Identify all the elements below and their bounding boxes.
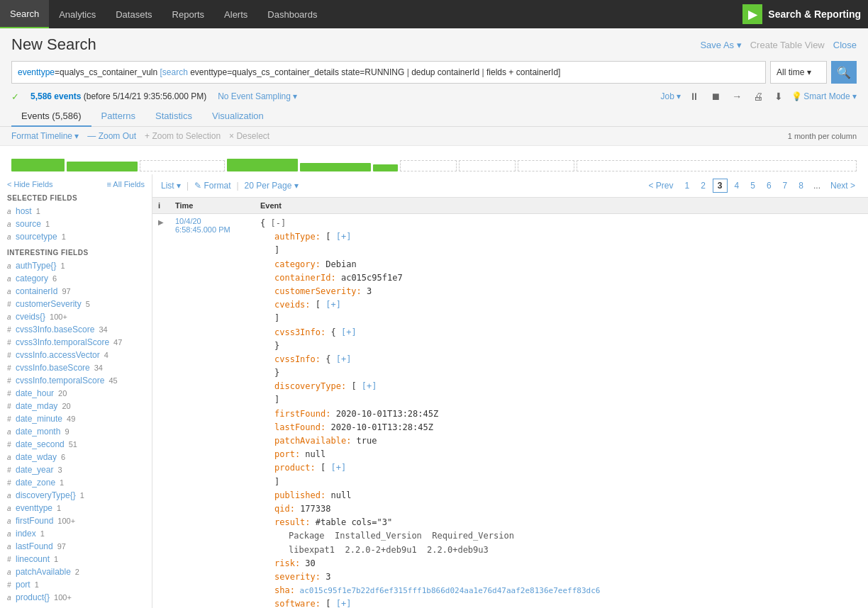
page-2-button[interactable]: 2 bbox=[696, 179, 710, 192]
field-source[interactable]: a source 1 bbox=[7, 218, 145, 230]
tab-statistics[interactable]: Statistics bbox=[145, 106, 202, 127]
create-table-button[interactable]: Create Table View bbox=[750, 40, 825, 50]
tab-visualization[interactable]: Visualization bbox=[202, 106, 274, 127]
smart-mode-button[interactable]: 💡 Smart Mode ▾ bbox=[791, 91, 857, 101]
zoom-selection-button[interactable]: + Zoom to Selection bbox=[145, 131, 221, 141]
field-product[interactable]: aproduct{}100+ bbox=[7, 591, 145, 604]
page-7-button[interactable]: 7 bbox=[779, 179, 792, 192]
pause-button[interactable]: ⏸ bbox=[686, 89, 702, 103]
timeline-segment[interactable] bbox=[67, 162, 138, 171]
nav-search[interactable]: Search bbox=[0, 0, 49, 28]
no-event-sampling[interactable]: No Event Sampling ▾ bbox=[218, 91, 297, 101]
field-containerId[interactable]: acontainerId97 bbox=[7, 285, 145, 298]
timeline-bar bbox=[11, 150, 857, 171]
event-content: { [-] authType: [ [+] ] category: Debian… bbox=[260, 217, 862, 608]
field-date_second[interactable]: #date_second51 bbox=[7, 438, 145, 451]
event-time: 6:58:45.000 PM bbox=[175, 225, 249, 234]
field-category[interactable]: acategory6 bbox=[7, 272, 145, 285]
field-index[interactable]: aindex1 bbox=[7, 527, 145, 540]
close-button[interactable]: Close bbox=[833, 40, 857, 50]
search-button[interactable]: 🔍 bbox=[831, 61, 857, 84]
page-6-button[interactable]: 6 bbox=[762, 179, 776, 192]
time-range-picker[interactable]: All time ▾ bbox=[770, 61, 827, 84]
page-1-button[interactable]: 1 bbox=[680, 179, 694, 192]
expand-arrow[interactable]: ▶ bbox=[158, 218, 164, 226]
search-input-wrap[interactable]: eventtype=qualys_cs_container_vuln [sear… bbox=[11, 61, 766, 84]
field-lastFound[interactable]: alastFound97 bbox=[7, 540, 145, 553]
deselect-button[interactable]: × Deselect bbox=[229, 131, 269, 141]
job-button[interactable]: Job ▾ bbox=[661, 91, 681, 101]
format-button[interactable]: ✎ Format bbox=[194, 181, 230, 191]
field-cvssInfo.baseScore[interactable]: #cvssInfo.baseScore34 bbox=[7, 361, 145, 374]
timeline-controls: Format Timeline ▾ — Zoom Out + Zoom to S… bbox=[0, 127, 868, 146]
field-customerSeverity[interactable]: #customerSeverity5 bbox=[7, 298, 145, 310]
field-date_wday[interactable]: adate_wday6 bbox=[7, 451, 145, 463]
field-linecount[interactable]: #linecount1 bbox=[7, 553, 145, 565]
tab-events[interactable]: Events (5,586) bbox=[11, 106, 91, 127]
field-authType[interactable]: aauthType{}1 bbox=[7, 259, 145, 272]
timeline-segment[interactable] bbox=[300, 163, 371, 171]
timeline-segment[interactable] bbox=[227, 159, 298, 171]
field-date_year[interactable]: #date_year3 bbox=[7, 463, 145, 476]
status-text: 5,586 events (before 5/14/21 9:35:56.000… bbox=[30, 91, 206, 101]
field-eventtype[interactable]: aeventtype1 bbox=[7, 502, 145, 514]
save-as-button[interactable]: Save As ▾ bbox=[700, 40, 741, 50]
prev-page-button[interactable]: < Prev bbox=[644, 179, 677, 192]
sidebar: < Hide Fields ≡ All Fields SELECTED FIEL… bbox=[0, 174, 152, 608]
col-header-event: Event bbox=[255, 198, 868, 214]
nav-analytics[interactable]: Analytics bbox=[49, 0, 106, 28]
nav-alerts[interactable]: Alerts bbox=[214, 0, 257, 28]
list-button[interactable]: List ▾ bbox=[161, 181, 181, 191]
timeline-segment-empty bbox=[459, 160, 516, 171]
header-actions: Save As ▾ Create Table View Close bbox=[700, 40, 857, 50]
zoom-out-button[interactable]: — Zoom Out bbox=[87, 131, 136, 141]
field-date_mday[interactable]: #date_mday20 bbox=[7, 400, 145, 412]
page-4-button[interactable]: 4 bbox=[730, 179, 744, 192]
brand-icon: ▶ bbox=[742, 4, 762, 24]
nav-datasets[interactable]: Datasets bbox=[106, 0, 162, 28]
brand: ▶ Search & Reporting bbox=[735, 0, 868, 28]
field-date_minute[interactable]: #date_minute49 bbox=[7, 412, 145, 425]
next-page-button[interactable]: Next > bbox=[826, 179, 859, 192]
sidebar-header: < Hide Fields ≡ All Fields bbox=[7, 180, 145, 188]
field-cvssInfo.temporalScore[interactable]: #cvssInfo.temporalScore45 bbox=[7, 374, 145, 387]
stop-button[interactable]: ⏹ bbox=[708, 89, 723, 103]
field-date_zone[interactable]: #date_zone1 bbox=[7, 476, 145, 489]
all-fields-button[interactable]: ≡ All Fields bbox=[107, 180, 145, 188]
field-cvss3Info.baseScore[interactable]: #cvss3Info.baseScore34 bbox=[7, 323, 145, 336]
field-patchAvailable[interactable]: apatchAvailable2 bbox=[7, 565, 145, 578]
nav-reports[interactable]: Reports bbox=[162, 0, 215, 28]
page-3-button[interactable]: 3 bbox=[713, 179, 728, 193]
tab-patterns[interactable]: Patterns bbox=[91, 106, 145, 127]
page-8-button[interactable]: 8 bbox=[794, 179, 808, 192]
share-button[interactable]: → bbox=[729, 89, 745, 103]
print-button[interactable]: 🖨 bbox=[750, 89, 766, 103]
format-timeline-button[interactable]: Format Timeline ▾ bbox=[11, 131, 79, 141]
field-host[interactable]: a host 1 bbox=[7, 205, 145, 218]
field-date_hour[interactable]: #date_hour20 bbox=[7, 387, 145, 400]
timeline-segment-empty bbox=[577, 160, 857, 171]
status-right: Job ▾ ⏸ ⏹ → 🖨 ⬇ 💡 Smart Mode ▾ bbox=[661, 89, 857, 103]
page-header: New Search Save As ▾ Create Table View C… bbox=[0, 28, 868, 58]
field-port[interactable]: #port1 bbox=[7, 578, 145, 591]
timeline-segment[interactable] bbox=[373, 164, 398, 171]
nav-dashboards[interactable]: Dashboards bbox=[257, 0, 327, 28]
results-area: List ▾ | ✎ Format | 20 Per Page ▾ < Prev… bbox=[152, 174, 868, 608]
field-cveids[interactable]: acveids{}100+ bbox=[7, 310, 145, 323]
field-discoveryType[interactable]: adiscoveryType{}1 bbox=[7, 489, 145, 502]
page-5-button[interactable]: 5 bbox=[746, 179, 760, 192]
hide-fields-button[interactable]: < Hide Fields bbox=[7, 180, 53, 188]
search-bar-row: eventtype=qualys_cs_container_vuln [sear… bbox=[0, 58, 868, 86]
field-firstFound[interactable]: afirstFound100+ bbox=[7, 514, 145, 527]
export-button[interactable]: ⬇ bbox=[772, 89, 786, 103]
timeline-wrap bbox=[0, 146, 868, 174]
field-sourcetype[interactable]: a sourcetype 1 bbox=[7, 230, 145, 243]
timeline-segment[interactable] bbox=[11, 159, 65, 171]
field-cvss3Info.temporalScore[interactable]: #cvss3Info.temporalScore47 bbox=[7, 336, 145, 349]
field-date_month[interactable]: adate_month9 bbox=[7, 425, 145, 438]
results-toolbar: List ▾ | ✎ Format | 20 Per Page ▾ < Prev… bbox=[152, 174, 868, 198]
event-date: 10/4/20 bbox=[175, 217, 249, 225]
field-cvssInfo.accessVector[interactable]: #cvssInfo.accessVector4 bbox=[7, 349, 145, 361]
per-page-button[interactable]: 20 Per Page ▾ bbox=[245, 181, 299, 191]
timeline-segment-empty bbox=[518, 160, 574, 171]
